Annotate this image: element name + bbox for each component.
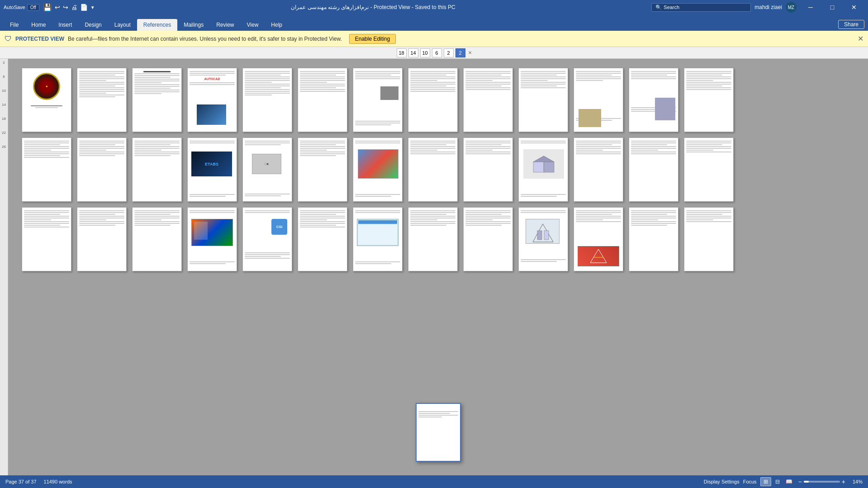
- maximize-button[interactable]: □: [822, 0, 843, 14]
- autosave-area: AutoSave Off: [4, 4, 39, 11]
- zoom-slider-area: − +: [798, 478, 845, 485]
- ruler-mark-2: 2: [3, 61, 5, 65]
- page-thumb-36[interactable]: [518, 207, 568, 271]
- page-thumb-28[interactable]: [77, 207, 127, 271]
- tab-view[interactable]: View: [241, 19, 265, 31]
- page-thumb-10[interactable]: [518, 68, 568, 132]
- ruler-mark-14: 14: [2, 103, 6, 107]
- tab-file[interactable]: File: [4, 19, 25, 31]
- more-icon[interactable]: ▼: [90, 5, 95, 10]
- page-thumb-7[interactable]: [353, 68, 403, 132]
- tab-mailings[interactable]: Mailings: [177, 19, 210, 31]
- zoom-close-icon[interactable]: ✕: [468, 50, 472, 55]
- page-thumb-18[interactable]: □■: [242, 137, 292, 202]
- zoom-bar: 18 14 10 6 2 2 ✕: [0, 47, 868, 59]
- page-thumb-39[interactable]: [684, 207, 734, 271]
- protected-view-bar: 🛡 PROTECTED VIEW Be careful—files from t…: [0, 31, 868, 47]
- page-thumb-9[interactable]: [463, 68, 513, 132]
- page-thumb-17[interactable]: ETABS: [187, 137, 237, 202]
- page-thumb-1[interactable]: ✦: [22, 68, 71, 132]
- search-box[interactable]: 🔍 Search: [651, 3, 751, 12]
- page-thumb-6[interactable]: [298, 68, 347, 132]
- tab-layout[interactable]: Layout: [108, 19, 137, 31]
- word-count: 11490 words: [44, 479, 72, 484]
- share-button[interactable]: Share: [838, 20, 864, 29]
- zoom-2b[interactable]: 2: [455, 48, 465, 57]
- undo-icon[interactable]: ↩: [55, 4, 60, 11]
- search-icon: 🔍: [655, 5, 662, 10]
- page-thumb-32[interactable]: [298, 207, 347, 271]
- page-thumb-30[interactable]: [187, 207, 237, 271]
- ruler-mark-10: 10: [2, 89, 6, 93]
- page-thumb-12[interactable]: [629, 68, 678, 132]
- page-thumb-24[interactable]: [574, 137, 623, 202]
- minimize-button[interactable]: ─: [800, 0, 821, 14]
- close-button[interactable]: ✕: [844, 0, 864, 14]
- avatar[interactable]: MZ: [786, 2, 797, 13]
- document-title: نرم‌افزارهای رشته مهندسی عمران - Protect…: [99, 4, 648, 10]
- tab-insert[interactable]: Insert: [52, 19, 78, 31]
- web-layout-view-button[interactable]: ⊟: [772, 477, 783, 486]
- page-thumb-19[interactable]: [298, 137, 347, 202]
- page-thumb-5[interactable]: [242, 68, 292, 132]
- page-thumb-8[interactable]: [408, 68, 458, 132]
- zoom-6[interactable]: 6: [432, 48, 442, 57]
- zoom-10[interactable]: 10: [420, 48, 430, 57]
- zoom-2a[interactable]: 2: [444, 48, 454, 57]
- main-content: 2 6 10 14 18 22 26 ✦: [0, 59, 868, 475]
- user-area: mahdi ziaei MZ: [754, 2, 797, 13]
- page-thumb-35[interactable]: [463, 207, 513, 271]
- page-thumb-34[interactable]: [408, 207, 458, 271]
- document-area[interactable]: ✦: [8, 59, 868, 475]
- page-thumb-3[interactable]: [132, 68, 182, 132]
- save-icon[interactable]: 💾: [43, 3, 52, 12]
- print-icon[interactable]: 🖨: [71, 4, 77, 11]
- tab-review[interactable]: Review: [210, 19, 240, 31]
- protected-view-label: PROTECTED VIEW: [15, 36, 64, 42]
- autosave-toggle[interactable]: Off: [27, 4, 39, 11]
- focus-button[interactable]: Focus: [743, 479, 757, 484]
- page-thumb-16[interactable]: [132, 137, 182, 202]
- svg-marker-2: [533, 156, 554, 162]
- zoom-18[interactable]: 18: [397, 48, 407, 57]
- page-thumb-37[interactable]: [574, 207, 623, 271]
- read-mode-button[interactable]: 📖: [784, 477, 795, 486]
- new-doc-icon[interactable]: 📄: [80, 4, 88, 11]
- redo-icon[interactable]: ↪: [63, 4, 68, 11]
- print-layout-view-button[interactable]: ⊞: [760, 477, 771, 486]
- page-thumb-2[interactable]: [77, 68, 127, 132]
- status-right-area: Display Settings Focus ⊞ ⊟ 📖 − + 14%: [704, 477, 863, 486]
- zoom-plus-button[interactable]: +: [842, 478, 845, 485]
- tab-home[interactable]: Home: [25, 19, 52, 31]
- page-thumb-27[interactable]: [22, 207, 71, 271]
- enable-editing-button[interactable]: Enable Editing: [349, 34, 396, 44]
- page-thumb-4[interactable]: AUTOCAD: [187, 68, 237, 132]
- left-ruler: 2 6 10 14 18 22 26: [0, 59, 8, 475]
- close-protected-bar-button[interactable]: ✕: [858, 34, 863, 43]
- page-thumb-14[interactable]: [22, 137, 71, 202]
- zoom-percentage: 14%: [849, 479, 863, 484]
- page-thumb-23[interactable]: [518, 137, 568, 202]
- ruler-mark-22: 22: [2, 131, 6, 135]
- page-thumb-29[interactable]: [132, 207, 182, 271]
- current-page-preview: [416, 403, 461, 462]
- tab-design[interactable]: Design: [78, 19, 108, 31]
- page-thumb-25[interactable]: [629, 137, 678, 202]
- tab-help[interactable]: Help: [265, 19, 289, 31]
- page-thumb-11[interactable]: [574, 68, 623, 132]
- tab-references[interactable]: References: [137, 19, 177, 31]
- page-thumb-31[interactable]: CSI: [242, 207, 292, 271]
- page-thumb-20[interactable]: [353, 137, 403, 202]
- page-thumb-38[interactable]: [629, 207, 678, 271]
- zoom-14[interactable]: 14: [408, 48, 418, 57]
- page-thumb-21[interactable]: [408, 137, 458, 202]
- display-settings-button[interactable]: Display Settings: [704, 479, 740, 484]
- ruler-mark-6: 6: [3, 75, 5, 79]
- page-thumb-26[interactable]: [684, 137, 734, 202]
- page-thumb-33[interactable]: [353, 207, 403, 271]
- zoom-slider[interactable]: [804, 481, 840, 483]
- page-thumb-13[interactable]: [684, 68, 734, 132]
- page-thumb-22[interactable]: [463, 137, 513, 202]
- zoom-minus-button[interactable]: −: [798, 478, 802, 485]
- page-thumb-15[interactable]: [77, 137, 127, 202]
